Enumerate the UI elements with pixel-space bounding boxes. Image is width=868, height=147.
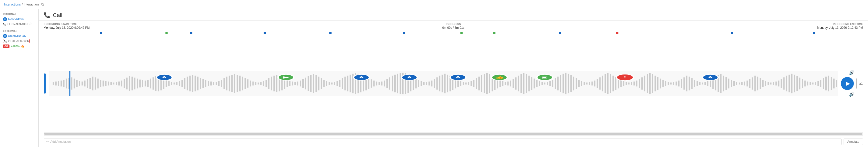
svg-rect-109 <box>305 77 306 89</box>
svg-rect-282 <box>760 78 761 89</box>
score-positive: +100% <box>11 45 20 48</box>
svg-rect-79 <box>226 77 227 91</box>
svg-rect-97 <box>274 76 275 92</box>
svg-rect-244 <box>660 78 661 88</box>
svg-rect-214 <box>581 81 582 86</box>
svg-rect-270 <box>728 78 730 88</box>
volume-bottom-icon[interactable]: 🔊 <box>849 92 855 97</box>
svg-rect-68 <box>197 77 198 91</box>
svg-rect-16 <box>61 80 62 87</box>
svg-rect-157 <box>431 80 432 87</box>
svg-rect-204 <box>555 78 556 89</box>
svg-rect-20 <box>71 77 72 90</box>
svg-rect-104 <box>292 81 293 85</box>
channel-bar <box>43 74 45 94</box>
svg-point-7 <box>493 32 496 34</box>
svg-rect-296 <box>797 76 798 91</box>
svg-rect-111 <box>310 75 311 92</box>
svg-rect-295 <box>794 75 795 93</box>
info-icon[interactable]: ⓘ <box>29 22 31 26</box>
recording-bar: RECORDING START TIME Monday, July 13, 20… <box>39 21 868 30</box>
svg-rect-169 <box>463 82 464 85</box>
svg-rect-217 <box>589 82 590 85</box>
svg-rect-307 <box>825 77 827 91</box>
score-row: -52 +100% 🔥 <box>3 45 35 48</box>
progress-label: PROGRESS <box>446 23 461 25</box>
content-area: 📞 Call RECORDING START TIME Monday, July… <box>39 9 868 147</box>
svg-rect-298 <box>802 79 803 88</box>
internal-label: INTERNAL <box>3 13 35 16</box>
svg-rect-105 <box>294 82 296 85</box>
speed-label: x1 <box>859 82 863 85</box>
waveform-track[interactable]: A ▶ A <box>49 71 838 96</box>
svg-rect-301 <box>810 82 811 85</box>
svg-rect-64 <box>187 77 188 91</box>
external-phone-icon: 📞 <box>4 40 7 43</box>
call-header: 📞 Call <box>39 9 868 21</box>
svg-rect-219 <box>594 80 595 87</box>
recording-start-value: Monday, July 13, 2020 9:09:42 PM <box>43 26 90 29</box>
svg-rect-206 <box>560 75 561 92</box>
svg-rect-170 <box>465 82 466 84</box>
svg-rect-195 <box>531 77 532 90</box>
svg-rect-86 <box>245 78 246 89</box>
svg-text:A: A <box>407 76 412 79</box>
progress-section: PROGRESS 0m 00s / 3m 01s <box>442 23 464 29</box>
speed-divider <box>856 78 857 89</box>
svg-rect-220 <box>597 79 598 88</box>
annotation-pencil-icon: ✏ <box>46 140 49 144</box>
svg-point-10 <box>731 32 733 34</box>
annotation-input-wrapper[interactable]: ✏ Add Annotation <box>43 139 842 145</box>
svg-rect-205 <box>557 77 558 91</box>
dots-svg <box>43 30 863 35</box>
svg-rect-218 <box>592 81 593 85</box>
external-user-name: Unionville ON <box>8 34 26 38</box>
svg-rect-44 <box>134 77 135 89</box>
svg-rect-27 <box>90 78 91 89</box>
dots-row <box>43 30 863 35</box>
waveform-scrollbar[interactable] <box>43 132 863 136</box>
svg-rect-291 <box>783 77 784 90</box>
svg-rect-41 <box>126 77 127 89</box>
svg-rect-133 <box>368 78 369 89</box>
svg-rect-38 <box>118 81 120 85</box>
svg-rect-91 <box>258 82 259 84</box>
svg-rect-262 <box>707 81 708 86</box>
copy-icon[interactable]: ⧉ <box>41 2 44 6</box>
volume-top-icon[interactable]: 🔊 <box>849 70 855 75</box>
svg-rect-302 <box>812 82 813 84</box>
score-negative: -52 <box>3 45 9 48</box>
svg-rect-223 <box>604 74 606 93</box>
svg-rect-158 <box>434 79 435 88</box>
phone-icon: 📞 <box>3 23 6 25</box>
svg-rect-221 <box>599 77 600 90</box>
breadcrumb-interactions-link[interactable]: Interactions <box>4 2 21 6</box>
svg-rect-89 <box>252 81 253 85</box>
svg-rect-187 <box>510 80 511 87</box>
svg-rect-35 <box>111 82 112 85</box>
svg-rect-255 <box>689 77 690 91</box>
svg-rect-39 <box>121 80 122 87</box>
internal-user-name: Root Admin <box>8 18 24 21</box>
external-phone: +1 905-968-3336 <box>8 40 29 43</box>
play-button[interactable]: ▶ <box>841 77 854 90</box>
svg-rect-98 <box>276 75 277 92</box>
annotate-button[interactable]: Annotate <box>843 139 863 145</box>
svg-rect-242 <box>655 76 656 92</box>
svg-rect-156 <box>429 81 430 85</box>
svg-rect-268 <box>723 76 724 92</box>
svg-rect-271 <box>731 80 732 87</box>
svg-rect-273 <box>736 82 737 85</box>
svg-rect-186 <box>507 81 508 85</box>
svg-rect-63 <box>184 78 185 89</box>
svg-rect-213 <box>578 80 580 87</box>
player-row: 🔊 ▶ x1 🔊 <box>841 70 863 97</box>
svg-rect-153 <box>421 81 422 86</box>
svg-rect-22 <box>76 80 78 87</box>
svg-rect-276 <box>744 81 745 85</box>
svg-rect-90 <box>255 82 256 85</box>
svg-rect-277 <box>747 80 748 87</box>
svg-rect-308 <box>828 76 829 92</box>
svg-text:A: A <box>708 76 713 79</box>
svg-rect-233 <box>631 82 632 85</box>
